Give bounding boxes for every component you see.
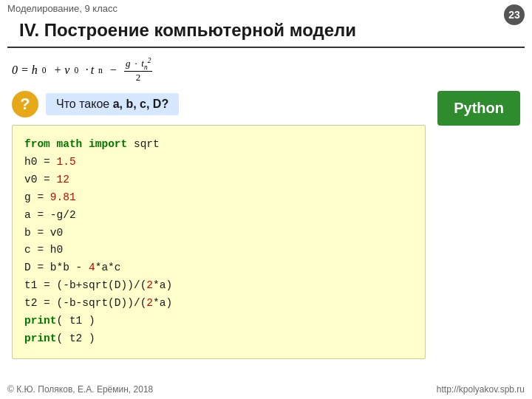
code-line-6: b = v0 xyxy=(24,225,413,242)
code-line-1: from math import sqrt xyxy=(24,136,413,154)
code-line-2: h0 = 1.5 xyxy=(24,154,413,171)
question-highlighted: a, b, c, D? xyxy=(113,98,169,110)
content-area: 0 = h0 + v0 · tn − g · tn2 2 ? Что такое… xyxy=(0,57,532,359)
left-section: 0 = h0 + v0 · tn − g · tn2 2 ? Что такое… xyxy=(12,57,426,359)
question-row: ? Что такое a, b, c, D? xyxy=(12,91,426,117)
page-title: IV. Построение компьютерной модели xyxy=(7,17,525,48)
copyright-label: © К.Ю. Поляков, Е.А. Ерёмин, 2018 xyxy=(7,384,153,395)
code-line-3: v0 = 12 xyxy=(24,171,413,189)
code-line-7: c = h0 xyxy=(24,242,413,259)
code-line-12: print( t2 ) xyxy=(24,330,413,348)
code-block: from math import sqrt h0 = 1.5 v0 = 12 g… xyxy=(12,125,426,359)
python-badge: Python xyxy=(437,91,520,126)
fraction: g · tn2 2 xyxy=(124,57,152,83)
code-line-10: t2 = (-b-sqrt(D))/(2*a) xyxy=(24,295,413,313)
question-text: Что такое a, b, c, D? xyxy=(46,93,179,115)
code-line-4: g = 9.81 xyxy=(24,189,413,207)
slide-number: 23 xyxy=(504,4,525,25)
question-prefix: Что такое xyxy=(56,98,113,110)
subject-label: Моделирование, 9 класс xyxy=(7,3,117,14)
formula-area: 0 = h0 + v0 · tn − g · tn2 2 xyxy=(12,57,426,83)
code-line-8: D = b*b - 4*a*c xyxy=(24,259,413,277)
code-line-9: t1 = (-b+sqrt(D))/(2*a) xyxy=(24,277,413,295)
code-line-5: a = -g/2 xyxy=(24,207,413,225)
footer: © К.Ю. Поляков, Е.А. Ерёмин, 2018 http:/… xyxy=(0,384,532,395)
url-label: http://kpolyakov.spb.ru xyxy=(437,384,525,395)
code-line-11: print( t1 ) xyxy=(24,313,413,330)
question-bubble: ? xyxy=(12,91,38,117)
